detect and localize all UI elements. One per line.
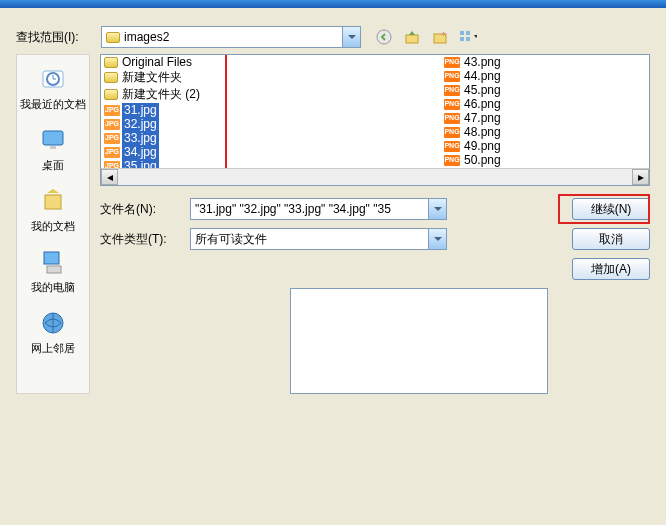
file-item[interactable]: JPG32.jpg — [101, 117, 441, 131]
file-type-combo[interactable]: 所有可读文件 — [190, 228, 447, 250]
file-name-combo[interactable]: "31.jpg" "32.jpg" "33.jpg" "34.jpg" "35 — [190, 198, 447, 220]
file-item[interactable]: PNG48.png — [441, 125, 561, 139]
continue-button[interactable]: 继续(N) — [572, 198, 650, 220]
file-name: 48.png — [462, 125, 503, 139]
places-bar: 我最近的文档 桌面 我的文档 我的电脑 — [16, 54, 90, 394]
svg-rect-4 — [466, 31, 470, 35]
main-area: 我最近的文档 桌面 我的文档 我的电脑 — [16, 54, 650, 394]
file-name: 新建文件夹 — [120, 69, 184, 86]
svg-rect-11 — [45, 195, 61, 209]
file-name-value: "31.jpg" "32.jpg" "33.jpg" "34.jpg" "35 — [191, 202, 428, 216]
file-name: 34.jpg — [122, 145, 159, 159]
desktop-icon — [37, 124, 69, 156]
file-item[interactable]: PNG46.png — [441, 97, 561, 111]
file-name: 47.png — [462, 111, 503, 125]
up-one-level-icon[interactable] — [403, 28, 421, 46]
file-name: Original Files — [120, 55, 194, 69]
file-name: 33.jpg — [122, 131, 159, 145]
svg-point-0 — [377, 30, 391, 44]
look-in-row: 查找范围(I): images2 — [16, 26, 650, 48]
svg-rect-1 — [406, 35, 418, 43]
file-name: 43.png — [462, 55, 503, 69]
scroll-track[interactable] — [118, 169, 632, 185]
look-in-label: 查找范围(I): — [16, 29, 101, 46]
svg-rect-3 — [460, 31, 464, 35]
place-label: 我的电脑 — [31, 280, 75, 295]
chevron-down-icon[interactable] — [428, 229, 446, 249]
cancel-button[interactable]: 取消 — [572, 228, 650, 250]
file-item[interactable]: JPG33.jpg — [101, 131, 441, 145]
file-name: 45.png — [462, 83, 503, 97]
place-mydocs[interactable]: 我的文档 — [31, 185, 75, 234]
scroll-left-button[interactable]: ◂ — [101, 169, 118, 185]
png-icon: PNG — [444, 113, 460, 124]
file-item[interactable]: PNG44.png — [441, 69, 561, 83]
svg-rect-6 — [466, 37, 470, 41]
folder-icon — [106, 32, 120, 43]
new-folder-icon[interactable] — [431, 28, 449, 46]
file-name: 49.png — [462, 139, 503, 153]
jpg-icon: JPG — [104, 147, 120, 158]
png-icon: PNG — [444, 57, 460, 68]
png-icon: PNG — [444, 127, 460, 138]
chevron-down-icon[interactable] — [342, 27, 360, 47]
scroll-right-button[interactable]: ▸ — [632, 169, 649, 185]
look-in-combo[interactable]: images2 — [101, 26, 361, 48]
file-item[interactable]: PNG45.png — [441, 83, 561, 97]
nav-icons — [375, 28, 477, 46]
place-network[interactable]: 网上邻居 — [31, 307, 75, 356]
place-label: 我最近的文档 — [20, 97, 86, 112]
file-item[interactable]: 新建文件夹 (2) — [101, 86, 441, 103]
svg-rect-12 — [44, 252, 59, 264]
file-name: 新建文件夹 (2) — [120, 86, 202, 103]
jpg-icon: JPG — [104, 105, 120, 116]
folder-icon — [104, 89, 118, 100]
place-label: 桌面 — [42, 158, 64, 173]
place-mycomputer[interactable]: 我的电脑 — [31, 246, 75, 295]
file-name: 32.jpg — [122, 117, 159, 131]
place-label: 网上邻居 — [31, 341, 75, 356]
preview-pane — [290, 288, 548, 394]
jpg-icon: JPG — [104, 119, 120, 130]
place-desktop[interactable]: 桌面 — [37, 124, 69, 173]
svg-rect-10 — [50, 146, 56, 149]
file-item[interactable]: PNG50.png — [441, 153, 561, 167]
chevron-down-icon[interactable] — [428, 199, 446, 219]
network-icon — [37, 307, 69, 339]
file-item[interactable]: PNG47.png — [441, 111, 561, 125]
file-item[interactable]: JPG34.jpg — [101, 145, 441, 159]
file-list[interactable]: Original Files新建文件夹新建文件夹 (2)JPG31.jpgJPG… — [100, 54, 650, 186]
file-item[interactable]: Original Files — [101, 55, 441, 69]
file-item[interactable]: 新建文件夹 — [101, 69, 441, 86]
file-item[interactable]: PNG49.png — [441, 139, 561, 153]
horizontal-scrollbar[interactable]: ◂ ▸ — [101, 168, 649, 185]
file-list-inner: Original Files新建文件夹新建文件夹 (2)JPG31.jpgJPG… — [101, 55, 649, 185]
place-recent[interactable]: 我最近的文档 — [20, 63, 86, 112]
dialog-content: 查找范围(I): images2 — [0, 8, 666, 402]
file-columns: Original Files新建文件夹新建文件夹 (2)JPG31.jpgJPG… — [101, 55, 649, 185]
png-icon: PNG — [444, 155, 460, 166]
folder-icon — [104, 72, 118, 83]
file-type-value: 所有可读文件 — [191, 231, 428, 248]
png-icon: PNG — [444, 99, 460, 110]
view-menu-icon[interactable] — [459, 28, 477, 46]
file-item[interactable]: JPG31.jpg — [101, 103, 441, 117]
add-button[interactable]: 增加(A) — [572, 258, 650, 280]
place-label: 我的文档 — [31, 219, 75, 234]
file-name: 46.png — [462, 97, 503, 111]
look-in-value: images2 — [124, 30, 342, 44]
svg-rect-9 — [43, 131, 63, 145]
back-icon[interactable] — [375, 28, 393, 46]
png-icon: PNG — [444, 85, 460, 96]
file-item[interactable]: PNG43.png — [441, 55, 561, 69]
svg-rect-13 — [47, 266, 61, 273]
file-type-label: 文件类型(T): — [100, 231, 190, 248]
jpg-icon: JPG — [104, 133, 120, 144]
file-name: 50.png — [462, 153, 503, 167]
mydocs-icon — [37, 185, 69, 217]
window-titlebar — [0, 0, 666, 8]
mycomputer-icon — [37, 246, 69, 278]
file-name: 31.jpg — [122, 103, 159, 117]
png-icon: PNG — [444, 141, 460, 152]
file-name: 44.png — [462, 69, 503, 83]
